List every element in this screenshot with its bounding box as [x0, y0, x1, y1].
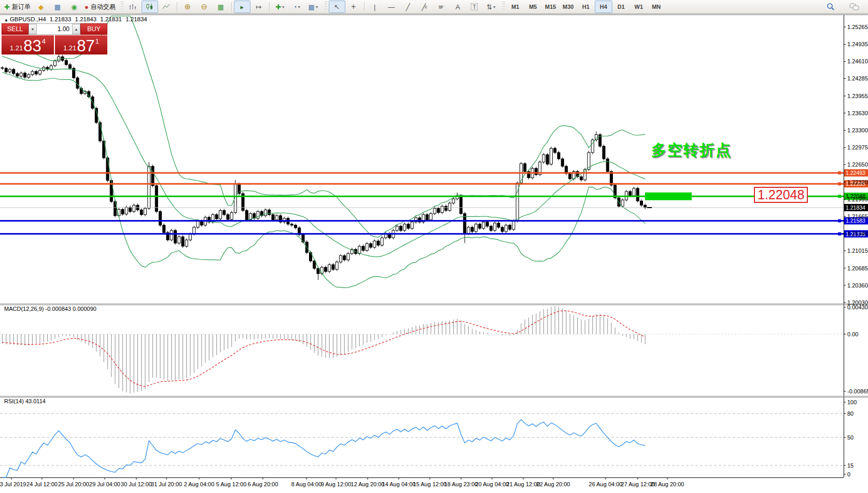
auto-scroll-button[interactable]: ▸ [234, 1, 250, 13]
axis-label: 50 [847, 434, 853, 441]
equidistant-channel-button[interactable]: ╱E [416, 1, 433, 13]
profiles-button[interactable]: ◆ [33, 1, 49, 13]
crosshair-icon: + [351, 2, 356, 11]
candle [1, 68, 4, 69]
horizontal-line[interactable] [0, 183, 844, 185]
tab-timeframe-m5[interactable]: M5 [524, 1, 542, 13]
search-button[interactable] [822, 1, 839, 13]
candle [245, 210, 248, 220]
sell-price-prefix: 1.21 [10, 44, 23, 52]
price-callout-box[interactable]: 1.22048 [754, 187, 808, 203]
time-axis-label: 29 Jul 04:00 [89, 481, 120, 487]
turning-point-annotation[interactable]: 多空转折点 [651, 140, 732, 161]
horizontal-line[interactable] [0, 172, 844, 174]
candle [295, 225, 297, 228]
buy-button[interactable]: BUY [80, 23, 107, 35]
templates-button[interactable]: ▩▾ [305, 1, 321, 13]
tile-windows-button[interactable]: ▦ [213, 1, 229, 13]
cursor-button[interactable]: ↖ [329, 1, 345, 13]
tab-timeframe-m30[interactable]: M30 [559, 1, 577, 13]
tab-timeframe-h4[interactable]: H4 [595, 1, 612, 13]
candle [290, 224, 293, 225]
new-order-button[interactable]: ✚ 新订单 [2, 1, 33, 13]
candle [335, 262, 338, 269]
candle [170, 230, 173, 240]
horizontal-line-marker[interactable] [838, 232, 841, 236]
candle [433, 208, 436, 213]
chart-shift-button[interactable]: ↦ [250, 1, 267, 13]
signal-button[interactable]: ◉ [66, 1, 82, 13]
candle [54, 61, 57, 65]
fibonacci-button[interactable]: ≡F [433, 1, 450, 13]
tab-timeframe-mn[interactable]: MN [648, 1, 665, 13]
text-button[interactable]: A [450, 1, 466, 13]
candle [512, 221, 515, 229]
candle [9, 70, 11, 72]
candle [27, 75, 30, 77]
buy-price-prefix: 1.21 [63, 44, 76, 52]
horizontal-line[interactable] [0, 196, 844, 197]
axis-label: 1.21015 [847, 248, 868, 254]
text-label-button[interactable]: T [466, 1, 483, 13]
candle [606, 159, 609, 171]
volume-decrease-button[interactable]: ▼ [29, 24, 37, 34]
text-icon: A [455, 3, 460, 11]
candle [24, 73, 26, 77]
charts-window-button[interactable]: ▦ [49, 1, 66, 13]
green-rectangle-annotation[interactable] [645, 193, 692, 200]
candlestick-chart-button[interactable] [142, 1, 158, 13]
candle [403, 224, 406, 230]
trendline-button[interactable]: ╱ [400, 1, 416, 13]
crosshair-button[interactable]: + [345, 1, 362, 13]
axis-label: 1.21665 [847, 213, 868, 220]
tab-timeframe-m1[interactable]: M1 [507, 1, 524, 13]
volume-input[interactable] [37, 24, 72, 34]
dropdown-caret-icon: ▾ [493, 5, 495, 9]
horizontal-line-marker[interactable] [838, 195, 841, 198]
tab-timeframe-d1[interactable]: D1 [612, 1, 630, 13]
horizontal-line-marker[interactable] [838, 171, 841, 174]
candle [219, 210, 222, 218]
horizontal-line[interactable] [0, 220, 844, 222]
zoom-out-button[interactable]: ⊖ [196, 1, 213, 13]
toolbar-grip [502, 2, 505, 12]
autotrading-label: 自动交易 [91, 3, 116, 11]
tab-timeframe-h1[interactable]: H1 [577, 1, 595, 13]
periods-button[interactable]: ◔▾ [288, 1, 305, 13]
time-axis-label: 5 Aug 12:00 [216, 481, 247, 487]
zoom-in-button[interactable]: ⊕ [179, 1, 196, 13]
line-chart-button[interactable] [158, 1, 175, 13]
zoom-in-icon: ⊕ [184, 2, 191, 11]
indicators-button[interactable]: ✚▾ [272, 1, 288, 13]
horizontal-line-marker[interactable] [838, 219, 841, 222]
sell-price-display[interactable]: 1.21 83 4 [2, 35, 54, 54]
arrows-button[interactable]: ⇅▾ [483, 1, 499, 13]
candle [230, 213, 233, 220]
search-icon [827, 3, 835, 11]
axis-label: 1.23630 [847, 110, 868, 116]
chart-canvas[interactable]: 1.224931.222851.220481.215831.213351.218… [0, 0, 868, 493]
autotrading-button[interactable]: ● 自动交易 [82, 1, 118, 13]
candle [501, 227, 503, 231]
collapse-triangle-icon[interactable]: ▲ [4, 18, 8, 22]
horizontal-line-marker[interactable] [838, 182, 841, 185]
candle [629, 191, 632, 196]
candle [482, 222, 485, 228]
chat-button[interactable] [846, 1, 863, 13]
chat-icon [849, 3, 860, 11]
time-axis-label: 20 Aug 04:00 [475, 481, 509, 487]
tab-timeframe-w1[interactable]: W1 [630, 1, 648, 13]
candlestick-chart-icon [146, 3, 153, 10]
tab-timeframe-m15[interactable]: M15 [542, 1, 559, 13]
bar-chart-button[interactable] [125, 1, 142, 13]
candle [407, 224, 410, 228]
sell-button[interactable]: SELL [2, 23, 29, 35]
time-axis-label: 25 Jul 20:00 [58, 481, 89, 487]
horizontal-line[interactable] [0, 233, 844, 235]
horizontal-line-button[interactable]: — [383, 1, 400, 13]
vertical-line-button[interactable]: | [367, 1, 383, 13]
candle [275, 216, 278, 220]
quote-bar: ▲GBPUSD.,H4 1.21833 1.21843 1.21831 1.21… [4, 16, 149, 22]
buy-price-display[interactable]: 1.21 87 1 [55, 35, 107, 54]
volume-increase-button[interactable]: ▲ [72, 24, 80, 34]
